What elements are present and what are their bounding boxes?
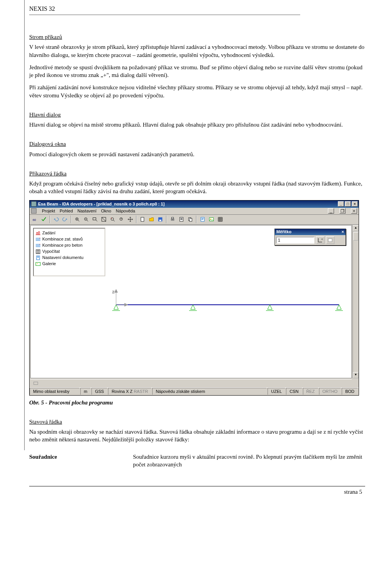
scroll-down-icon[interactable]: ▼ bbox=[353, 372, 359, 378]
tree-item-nastaveni-dok[interactable]: Nastavení dokumentu bbox=[35, 255, 104, 261]
tool-zoomall-icon[interactable] bbox=[100, 215, 108, 223]
scale-floatbox[interactable]: Měřítko× xy bbox=[274, 229, 346, 246]
tool-bottom-icon[interactable] bbox=[32, 379, 40, 387]
svg-rect-10 bbox=[159, 220, 161, 221]
svg-rect-11 bbox=[171, 219, 175, 220]
page-number: strana 5 bbox=[344, 489, 362, 495]
mdi-client: Zadání Kombinace zat. stavů Kombinace pr… bbox=[30, 225, 352, 378]
status-csn[interactable]: CSN bbox=[286, 388, 302, 395]
tool-gallery-icon[interactable] bbox=[208, 215, 215, 223]
status-gss[interactable]: GSS bbox=[91, 388, 107, 395]
tool-redo-icon[interactable] bbox=[61, 215, 69, 223]
section-strom-p2: Jednotlivé metody se spustí dvojklikem n… bbox=[29, 63, 365, 79]
section-cmd-p1: Když program očekává číselný nebo grafic… bbox=[29, 180, 365, 195]
drawing-canvas[interactable]: Měřítko× xy bbox=[108, 228, 350, 376]
tree-label: Vypočítat bbox=[42, 249, 60, 254]
tree-label: Kombinace zat. stavů bbox=[42, 236, 83, 242]
tool-60-icon[interactable]: 60 bbox=[31, 215, 39, 223]
tool-pan-icon[interactable] bbox=[126, 215, 134, 223]
tool-new-icon[interactable] bbox=[139, 215, 146, 223]
svg-text:?: ? bbox=[120, 217, 122, 220]
tool-zoomout-icon[interactable] bbox=[82, 215, 90, 223]
tool-open-icon[interactable] bbox=[148, 215, 155, 223]
tool-checkgreen-icon[interactable] bbox=[40, 215, 48, 223]
section-hlavni-title: Hlavní dialog bbox=[29, 111, 365, 119]
vertical-scrollbar[interactable]: ▲ ▼ bbox=[352, 225, 359, 378]
scale-xy-button[interactable]: xy bbox=[316, 236, 324, 244]
svg-rect-24 bbox=[328, 239, 332, 242]
page-header: NEXIS 32 bbox=[29, 3, 365, 22]
tree-item-vypocitat[interactable]: Vypočítat bbox=[35, 249, 104, 255]
status-unit[interactable]: m bbox=[80, 388, 91, 395]
titlebar-text: Esa Beam - IDA developers - [priklad_nos… bbox=[38, 201, 165, 207]
scroll-up-icon[interactable]: ▲ bbox=[353, 225, 359, 231]
svg-rect-8 bbox=[141, 217, 144, 222]
menu-nastaveni[interactable]: Nastavení bbox=[78, 208, 97, 214]
tree-label: Zadání bbox=[42, 230, 55, 236]
mdi-minimize-button[interactable]: _ bbox=[328, 208, 334, 214]
bottom-toolbar bbox=[30, 379, 352, 388]
titlebar[interactable]: Esa Beam - IDA developers - [priklad_nos… bbox=[30, 200, 359, 208]
status-rez[interactable]: ŘEZ bbox=[303, 388, 318, 395]
tree-label: Galerie bbox=[42, 261, 56, 267]
close-button[interactable]: × bbox=[352, 201, 358, 207]
definition-row-souradnice: Souřadnice Souřadnice kurzoru myši v akt… bbox=[29, 453, 365, 469]
tool-zoomwin-icon[interactable] bbox=[91, 215, 99, 223]
svg-rect-31 bbox=[34, 382, 38, 385]
svg-text:Z: Z bbox=[112, 290, 115, 294]
scale-card-button[interactable] bbox=[326, 236, 334, 244]
tool-undo-icon[interactable] bbox=[52, 215, 60, 223]
tree-label: Kombinace pro beton bbox=[42, 242, 83, 248]
status-bod[interactable]: BOD bbox=[342, 388, 358, 395]
scale-input[interactable] bbox=[276, 237, 314, 244]
tool-printview-icon[interactable] bbox=[178, 215, 185, 223]
tool-zoomprev-icon[interactable] bbox=[109, 215, 116, 223]
minimize-button[interactable]: _ bbox=[338, 201, 344, 207]
tool-doc-icon[interactable] bbox=[199, 215, 206, 223]
status-coords[interactable]: Mimo oblast kresby bbox=[30, 388, 80, 395]
tool-print-icon[interactable] bbox=[169, 215, 176, 223]
section-dlg-p1: Pomocí dialogových okem se provádí nasta… bbox=[29, 150, 365, 158]
status-ortho[interactable]: ORTHO bbox=[319, 388, 341, 395]
tool-save-icon[interactable] bbox=[156, 215, 164, 223]
toolbar: 60 ? bbox=[30, 215, 359, 225]
doc-title: NEXIS 32 bbox=[29, 3, 365, 13]
menu-projekt[interactable]: Projekt bbox=[42, 208, 55, 214]
svg-rect-17 bbox=[209, 218, 214, 221]
svg-point-22 bbox=[37, 263, 38, 264]
status-plane[interactable]: Rovina X Z RASTR bbox=[108, 388, 151, 395]
figure-caption: Obr. 5 - Pracovní plocha programu bbox=[29, 399, 365, 406]
tree-item-galerie[interactable]: Galerie bbox=[35, 261, 104, 267]
definition-key: Souřadnice bbox=[29, 453, 71, 469]
command-tree[interactable]: Zadání Kombinace zat. stavů Kombinace pr… bbox=[33, 228, 105, 276]
tool-copy-icon[interactable] bbox=[186, 215, 194, 223]
tree-label: Nastavení dokumentu bbox=[42, 255, 83, 261]
section-strom-p3: Při zahájení zadávání nové konstrukce ne… bbox=[29, 84, 365, 99]
margin-rule-vertical bbox=[24, 0, 25, 450]
floatbox-close-icon[interactable]: × bbox=[342, 229, 344, 235]
app-icon bbox=[31, 201, 37, 207]
tree-item-komb-beton[interactable]: Kombinace pro beton bbox=[35, 242, 104, 249]
tree-item-zadani[interactable]: Zadání bbox=[35, 230, 104, 236]
mdi-restore-button[interactable]: ❐ bbox=[339, 208, 346, 214]
menu-pohled[interactable]: Pohled bbox=[60, 208, 73, 214]
status-uzel[interactable]: UZEL bbox=[268, 388, 285, 395]
section-hlavni-p1: Hlavní dialog se objeví na místě stromu … bbox=[29, 121, 365, 129]
margin-rule-horizontal bbox=[29, 15, 300, 15]
maximize-button[interactable]: □ bbox=[345, 201, 351, 207]
tree-item-komb-zat[interactable]: Kombinace zat. stavů bbox=[35, 236, 104, 242]
section-stav-title: Stavová řádka bbox=[29, 418, 365, 426]
tool-grid-icon[interactable] bbox=[216, 215, 224, 223]
section-cmd-title: Příkazová řádka bbox=[29, 170, 365, 177]
menubar: Projekt Pohled Nastavení Okno Nápověda _… bbox=[30, 208, 359, 215]
svg-rect-13 bbox=[180, 217, 183, 222]
mdi-icon bbox=[31, 208, 37, 214]
svg-text:xy: xy bbox=[321, 238, 323, 240]
section-strom-p1: V levé straně obrazovky je strom příkazů… bbox=[29, 43, 365, 59]
mdi-close-button[interactable]: × bbox=[351, 208, 357, 214]
tool-zoomq-icon[interactable]: ? bbox=[118, 215, 125, 223]
menu-napoveda[interactable]: Nápověda bbox=[116, 208, 135, 214]
tool-zoomin-icon[interactable] bbox=[73, 215, 81, 223]
scroll-thumb bbox=[353, 232, 358, 241]
menu-okno[interactable]: Okno bbox=[101, 208, 111, 214]
